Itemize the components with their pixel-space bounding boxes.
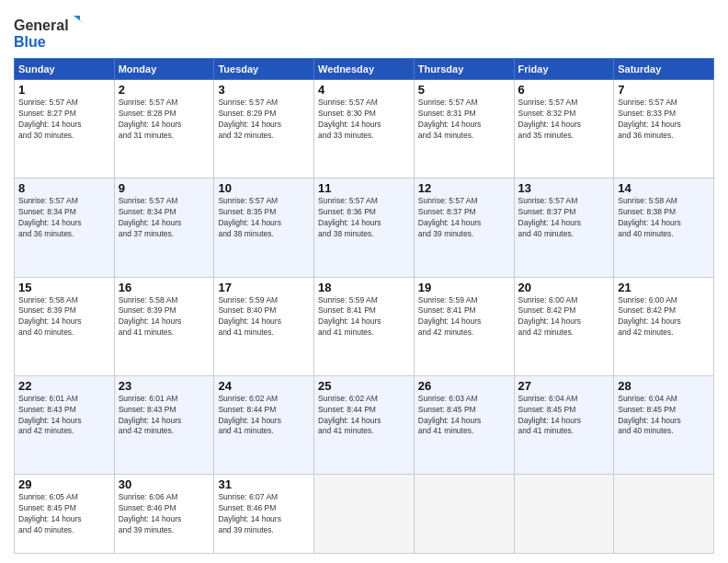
weekday-header-saturday: Saturday xyxy=(614,59,714,80)
weekday-header-thursday: Thursday xyxy=(414,59,514,80)
day-number: 15 xyxy=(18,281,110,294)
day-info: Sunrise: 6:04 AM Sunset: 8:45 PM Dayligh… xyxy=(518,394,610,438)
day-info: Sunrise: 6:06 AM Sunset: 8:46 PM Dayligh… xyxy=(119,492,210,536)
day-number: 7 xyxy=(618,83,710,97)
logo: GeneralBlue xyxy=(14,14,87,51)
calendar-week-5: 29Sunrise: 6:05 AM Sunset: 8:45 PM Dayli… xyxy=(15,475,714,554)
calendar-cell: 18Sunrise: 5:59 AM Sunset: 8:41 PM Dayli… xyxy=(314,277,415,375)
calendar-cell xyxy=(414,475,514,554)
calendar-cell: 13Sunrise: 5:57 AM Sunset: 8:37 PM Dayli… xyxy=(514,178,614,277)
calendar-cell: 21Sunrise: 6:00 AM Sunset: 8:42 PM Dayli… xyxy=(614,277,714,375)
calendar-cell: 4Sunrise: 5:57 AM Sunset: 8:30 PM Daylig… xyxy=(314,80,415,178)
calendar-cell: 27Sunrise: 6:04 AM Sunset: 8:45 PM Dayli… xyxy=(514,375,614,474)
calendar-cell: 14Sunrise: 5:58 AM Sunset: 8:38 PM Dayli… xyxy=(614,178,714,277)
day-number: 8 xyxy=(18,181,110,195)
calendar-cell: 20Sunrise: 6:00 AM Sunset: 8:42 PM Dayli… xyxy=(514,277,614,375)
calendar-cell: 8Sunrise: 5:57 AM Sunset: 8:34 PM Daylig… xyxy=(15,178,115,277)
calendar-cell: 23Sunrise: 6:01 AM Sunset: 8:43 PM Dayli… xyxy=(114,375,214,474)
day-number: 31 xyxy=(218,477,310,491)
calendar-cell: 24Sunrise: 6:02 AM Sunset: 8:44 PM Dayli… xyxy=(214,375,314,474)
calendar-cell: 6Sunrise: 5:57 AM Sunset: 8:32 PM Daylig… xyxy=(514,80,614,178)
weekday-header-wednesday: Wednesday xyxy=(314,59,415,80)
day-number: 22 xyxy=(18,379,110,393)
day-number: 24 xyxy=(218,379,310,393)
day-number: 20 xyxy=(518,281,610,294)
day-info: Sunrise: 5:58 AM Sunset: 8:39 PM Dayligh… xyxy=(119,295,210,339)
day-number: 29 xyxy=(18,477,110,491)
day-info: Sunrise: 6:07 AM Sunset: 8:46 PM Dayligh… xyxy=(218,492,310,536)
day-info: Sunrise: 5:57 AM Sunset: 8:37 PM Dayligh… xyxy=(418,196,510,240)
day-number: 17 xyxy=(218,281,310,294)
calendar-week-2: 8Sunrise: 5:57 AM Sunset: 8:34 PM Daylig… xyxy=(15,178,714,277)
calendar-page: GeneralBlue SundayMondayTuesdayWednesday… xyxy=(0,0,728,563)
day-info: Sunrise: 6:03 AM Sunset: 8:45 PM Dayligh… xyxy=(418,394,510,438)
calendar-week-1: 1Sunrise: 5:57 AM Sunset: 8:27 PM Daylig… xyxy=(15,80,714,178)
day-info: Sunrise: 6:01 AM Sunset: 8:43 PM Dayligh… xyxy=(119,394,210,438)
calendar-cell: 9Sunrise: 5:57 AM Sunset: 8:34 PM Daylig… xyxy=(114,178,214,277)
calendar-cell: 16Sunrise: 5:58 AM Sunset: 8:39 PM Dayli… xyxy=(114,277,214,375)
calendar-cell: 7Sunrise: 5:57 AM Sunset: 8:33 PM Daylig… xyxy=(614,80,714,178)
day-info: Sunrise: 6:04 AM Sunset: 8:45 PM Dayligh… xyxy=(618,394,710,438)
day-number: 18 xyxy=(318,281,410,294)
day-number: 16 xyxy=(119,281,210,294)
day-number: 11 xyxy=(318,181,410,195)
weekday-header-monday: Monday xyxy=(114,59,214,80)
calendar-cell: 19Sunrise: 5:59 AM Sunset: 8:41 PM Dayli… xyxy=(414,277,514,375)
calendar-cell: 28Sunrise: 6:04 AM Sunset: 8:45 PM Dayli… xyxy=(614,375,714,474)
day-info: Sunrise: 5:57 AM Sunset: 8:31 PM Dayligh… xyxy=(418,98,510,142)
day-info: Sunrise: 5:57 AM Sunset: 8:36 PM Dayligh… xyxy=(318,196,410,240)
day-info: Sunrise: 5:57 AM Sunset: 8:33 PM Dayligh… xyxy=(618,98,710,142)
day-number: 2 xyxy=(119,83,210,97)
day-number: 30 xyxy=(119,477,210,491)
day-info: Sunrise: 5:57 AM Sunset: 8:34 PM Dayligh… xyxy=(119,196,210,240)
day-info: Sunrise: 5:57 AM Sunset: 8:29 PM Dayligh… xyxy=(218,98,310,142)
calendar-cell: 17Sunrise: 5:59 AM Sunset: 8:40 PM Dayli… xyxy=(214,277,314,375)
day-number: 23 xyxy=(119,379,210,393)
weekday-header-friday: Friday xyxy=(514,59,614,80)
calendar-table: SundayMondayTuesdayWednesdayThursdayFrid… xyxy=(14,58,714,554)
day-number: 3 xyxy=(218,83,310,97)
calendar-cell: 15Sunrise: 5:58 AM Sunset: 8:39 PM Dayli… xyxy=(15,277,115,375)
weekday-header-sunday: Sunday xyxy=(15,59,115,80)
calendar-cell: 11Sunrise: 5:57 AM Sunset: 8:36 PM Dayli… xyxy=(314,178,415,277)
calendar-cell: 26Sunrise: 6:03 AM Sunset: 8:45 PM Dayli… xyxy=(414,375,514,474)
day-number: 10 xyxy=(218,181,310,195)
calendar-cell xyxy=(514,475,614,554)
day-info: Sunrise: 5:57 AM Sunset: 8:28 PM Dayligh… xyxy=(119,98,210,142)
day-info: Sunrise: 5:59 AM Sunset: 8:40 PM Dayligh… xyxy=(218,295,310,339)
calendar-cell: 1Sunrise: 5:57 AM Sunset: 8:27 PM Daylig… xyxy=(15,80,115,178)
calendar-week-3: 15Sunrise: 5:58 AM Sunset: 8:39 PM Dayli… xyxy=(15,277,714,375)
day-info: Sunrise: 5:59 AM Sunset: 8:41 PM Dayligh… xyxy=(418,295,510,339)
day-number: 12 xyxy=(418,181,510,195)
header: GeneralBlue xyxy=(14,9,714,51)
calendar-cell: 5Sunrise: 5:57 AM Sunset: 8:31 PM Daylig… xyxy=(414,80,514,178)
calendar-cell xyxy=(614,475,714,554)
day-number: 25 xyxy=(318,379,410,393)
day-number: 9 xyxy=(119,181,210,195)
day-number: 4 xyxy=(318,83,410,97)
day-info: Sunrise: 5:58 AM Sunset: 8:38 PM Dayligh… xyxy=(618,196,710,240)
day-info: Sunrise: 6:02 AM Sunset: 8:44 PM Dayligh… xyxy=(318,394,410,438)
day-info: Sunrise: 5:57 AM Sunset: 8:35 PM Dayligh… xyxy=(218,196,310,240)
day-number: 14 xyxy=(618,181,710,195)
svg-text:Blue: Blue xyxy=(14,34,46,50)
day-info: Sunrise: 5:59 AM Sunset: 8:41 PM Dayligh… xyxy=(318,295,410,339)
day-info: Sunrise: 6:00 AM Sunset: 8:42 PM Dayligh… xyxy=(618,295,710,339)
day-info: Sunrise: 6:00 AM Sunset: 8:42 PM Dayligh… xyxy=(518,295,610,339)
day-info: Sunrise: 5:57 AM Sunset: 8:27 PM Dayligh… xyxy=(18,98,110,142)
day-info: Sunrise: 5:57 AM Sunset: 8:37 PM Dayligh… xyxy=(518,196,610,240)
calendar-cell: 3Sunrise: 5:57 AM Sunset: 8:29 PM Daylig… xyxy=(214,80,314,178)
calendar-cell: 10Sunrise: 5:57 AM Sunset: 8:35 PM Dayli… xyxy=(214,178,314,277)
calendar-cell: 29Sunrise: 6:05 AM Sunset: 8:45 PM Dayli… xyxy=(15,475,115,554)
day-number: 27 xyxy=(518,379,610,393)
day-info: Sunrise: 6:02 AM Sunset: 8:44 PM Dayligh… xyxy=(218,394,310,438)
day-number: 1 xyxy=(18,83,110,97)
day-number: 6 xyxy=(518,83,610,97)
day-info: Sunrise: 6:05 AM Sunset: 8:45 PM Dayligh… xyxy=(18,492,110,536)
calendar-cell: 30Sunrise: 6:06 AM Sunset: 8:46 PM Dayli… xyxy=(114,475,214,554)
day-number: 26 xyxy=(418,379,510,393)
calendar-week-4: 22Sunrise: 6:01 AM Sunset: 8:43 PM Dayli… xyxy=(15,375,714,474)
day-number: 21 xyxy=(618,281,710,294)
calendar-cell: 25Sunrise: 6:02 AM Sunset: 8:44 PM Dayli… xyxy=(314,375,415,474)
day-info: Sunrise: 6:01 AM Sunset: 8:43 PM Dayligh… xyxy=(18,394,110,438)
